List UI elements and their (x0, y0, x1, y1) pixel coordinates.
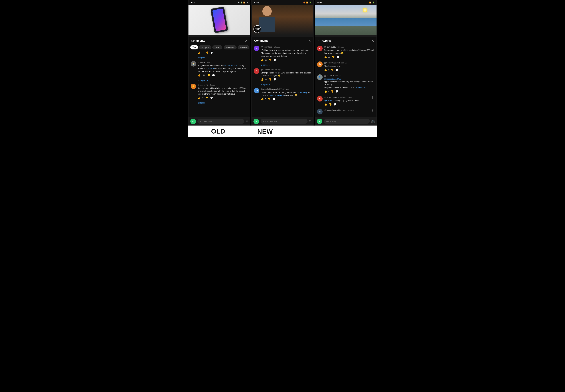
reply-button[interactable]: 💬 (336, 90, 338, 93)
replies-text-p: 7 replies (261, 83, 268, 86)
dislike-button[interactable]: 👎 (206, 51, 209, 54)
like-button[interactable]: 👍 25 (198, 97, 204, 99)
reply-button[interactable]: 💬 (274, 58, 276, 61)
dislike-button[interactable]: 👎 (206, 97, 208, 99)
comment-text: I fell into the every year new phone tra… (261, 49, 311, 58)
like-button[interactable]: 👍 1K (198, 51, 204, 54)
channel-badge: RYAN-THOMASSHAW@rythomas (253, 25, 261, 33)
comment-meta: @ranrise • 3d ago ⋮ (198, 61, 248, 64)
like-button[interactable]: 👍 1.2K (198, 74, 206, 77)
link-hyperreality[interactable]: hyperreality (297, 91, 307, 94)
close-button-1[interactable]: ✕ (245, 39, 248, 42)
link-jean[interactable]: Jean Baudrillard (269, 94, 284, 97)
like-button[interactable]: 👍 16 (261, 58, 267, 61)
more-options-icon[interactable]: ⋮ (370, 96, 374, 99)
channel-badge-text: RYAN-THOMASSHAW@rythomas (254, 27, 261, 32)
like-button[interactable]: 👍 7 (261, 98, 266, 101)
like-button[interactable]: 👍 (324, 103, 327, 106)
battery-icon-2: 🔋 (309, 1, 311, 3)
video-thumbnail-2: RYAN-THOMASSHAW@rythomas (252, 5, 313, 35)
replies-link-p[interactable]: 7 replies › (252, 83, 313, 86)
mention-ra63: @RA63913 (324, 99, 334, 102)
battery-icon-3: 🔋 (372, 1, 374, 3)
dislike-button[interactable]: 👎 (269, 58, 272, 61)
comment-body: @RiggyRiggs • 14h ago ⋮ I fell into the … (261, 46, 311, 61)
dislike-button[interactable]: 👎 (329, 103, 332, 106)
dislike-button[interactable]: 👎 (207, 74, 210, 77)
more-options-icon[interactable]: ⋮ (370, 61, 374, 64)
filter-members[interactable]: Members (224, 45, 236, 49)
reply-button[interactable]: 💬 (212, 74, 215, 77)
more-options-icon[interactable]: ⋮ (244, 84, 248, 86)
comment-time: • 20h ago (273, 69, 281, 70)
more-options-icon[interactable]: ⋮ (307, 46, 311, 48)
replies-link-r[interactable]: 2 replies › (252, 63, 313, 67)
like-button[interactable]: 👍 4 (324, 69, 329, 71)
reply-meta: @Pawcio2115 • 20h ago ⋮ (324, 46, 374, 48)
replies-link-0[interactable]: 6 replies › (189, 56, 250, 59)
camera-icon[interactable]: 📷 (371, 120, 375, 123)
link-pixel9[interactable]: Pixel 9 (208, 67, 214, 70)
reply-button[interactable]: 💬 (337, 56, 340, 58)
dislike-button[interactable]: 👎 (331, 69, 334, 71)
video-thumbnail-3 (315, 5, 376, 35)
more-options-icon[interactable]: ⋮ (370, 74, 374, 77)
close-button-3[interactable]: ✕ (372, 39, 374, 42)
heart-icon-1[interactable]: ♡ (246, 120, 248, 123)
time-1: 9:42 (191, 1, 195, 4)
main-container: 9:42 💬 🔋 📶 ☁ Comments ✕ Top To (188, 0, 377, 126)
thumbs-up-icon: 👍 (261, 78, 264, 81)
reply-button[interactable]: 💬 (210, 97, 213, 99)
more-options-icon[interactable]: ⋮ (244, 61, 248, 64)
filter-topics[interactable]: Topics (199, 45, 211, 49)
back-button[interactable]: ← (317, 39, 320, 42)
avatar-ranrise: 🌅 (191, 61, 196, 67)
reply-time: • 13h ago (347, 97, 354, 98)
comment-time: • 14h ago (273, 46, 280, 48)
likes-count: 59 (328, 56, 330, 58)
dislike-button[interactable]: 👎 (268, 98, 271, 101)
dislike-button[interactable]: 👎 (269, 78, 272, 81)
replies-text-r: 2 replies (261, 64, 268, 66)
read-more-link[interactable]: Read more (356, 86, 366, 89)
comment-time: • 2d ago (209, 84, 215, 86)
more-options-icon[interactable]: ⋮ (307, 88, 311, 91)
dislike-button[interactable]: 👎 (331, 90, 334, 93)
like-button[interactable]: 👍 59 (324, 56, 330, 58)
labels-row: OLD NEW (188, 126, 377, 137)
status-icons-3: 📶 🔋 (369, 1, 374, 3)
reply-button[interactable]: 💬 (334, 103, 337, 106)
more-options-icon[interactable]: ⋮ (370, 109, 374, 112)
filter-timed[interactable]: Timed (212, 45, 222, 49)
filter-top[interactable]: Top (190, 45, 198, 49)
replies-link-1[interactable]: 25 replies › (189, 78, 250, 82)
reply-button[interactable]: 💬 (272, 98, 275, 101)
reply-item: N @NandarAung-wl8ln • 9h ago (edited) ⋮ (315, 107, 376, 116)
heart-icon-2[interactable]: ♡ (309, 120, 312, 123)
comment-body: @abhishekbanerjee5457 • 19h ago ⋮ I woul… (261, 88, 311, 101)
add-comment-input-1[interactable] (197, 119, 244, 124)
reply-button[interactable]: 💬 (336, 69, 338, 71)
reply-button[interactable]: 💬 (274, 78, 276, 81)
close-button-2[interactable]: ✕ (308, 39, 311, 42)
new-label: NEW (257, 128, 273, 135)
thumbs-down-icon: 👎 (268, 98, 271, 101)
comment-item: 👍 1K 👎 💬 (189, 51, 250, 56)
like-button[interactable]: 👍 59 (261, 78, 267, 81)
comment-item: 🌅 @ranrise • 3d ago ⋮ Imagine how much b… (189, 59, 250, 78)
cloud-icon: ☁ (246, 1, 248, 3)
add-reply-input[interactable] (324, 119, 370, 124)
comments-header-1: Comments ✕ (189, 37, 250, 44)
header-left-1: Comments (191, 39, 205, 42)
more-options-icon[interactable]: ⋮ (370, 46, 374, 48)
drag-bar-1 (216, 36, 222, 36)
like-button[interactable]: 👍 3 (324, 90, 329, 93)
link-iphone16pro[interactable]: iPhone 16 Pro (224, 64, 237, 67)
thumbs-down-icon: 👎 (206, 97, 208, 99)
dislike-button[interactable]: 👎 (332, 56, 335, 58)
more-options-icon[interactable]: ⋮ (307, 68, 311, 71)
reply-button[interactable]: 💬 (210, 51, 213, 54)
filter-newest[interactable]: Newest (238, 45, 249, 49)
add-comment-input-2[interactable] (261, 119, 307, 124)
replies-link-2[interactable]: 2 replies › (189, 101, 250, 105)
